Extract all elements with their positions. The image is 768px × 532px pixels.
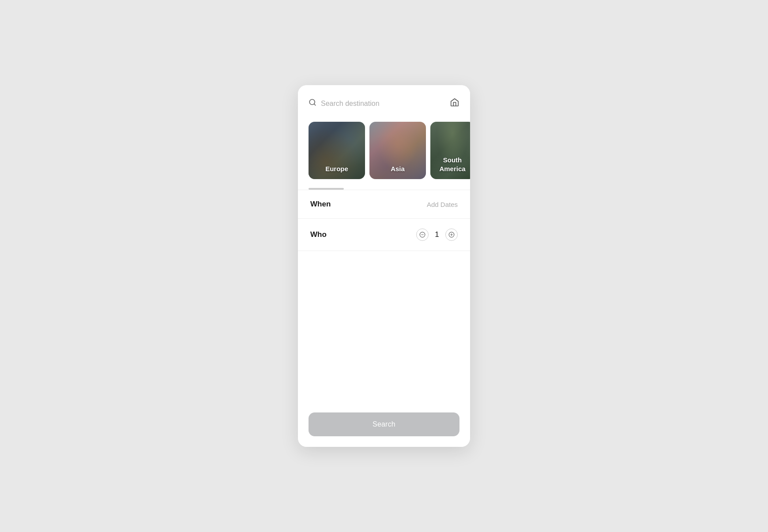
search-button[interactable]: Search (309, 412, 459, 436)
when-label: When (310, 200, 331, 209)
who-label: Who (310, 230, 327, 239)
sa-label: SouthAmerica (439, 156, 465, 173)
search-btn-wrapper: Search (298, 404, 470, 447)
search-section: Search destination (298, 85, 470, 118)
destination-asia[interactable]: Asia (369, 122, 426, 179)
add-dates-action[interactable]: Add Dates (427, 201, 458, 208)
home-icon[interactable] (450, 97, 459, 109)
when-row[interactable]: When Add Dates (298, 190, 470, 219)
search-icon (309, 98, 316, 109)
destination-europe[interactable]: Europe (309, 122, 365, 179)
decrement-button[interactable] (416, 229, 429, 241)
europe-bg: Europe (309, 122, 365, 179)
increment-button[interactable] (445, 229, 458, 241)
svg-line-1 (314, 104, 315, 105)
search-placeholder: Search destination (321, 100, 380, 108)
sa-bg: SouthAmerica (430, 122, 470, 179)
bottom-panel: When Add Dates Who 1 (298, 190, 470, 447)
panel-spacer (298, 251, 470, 404)
asia-bg: Asia (369, 122, 426, 179)
app-card: Search destination Europe Asia (298, 85, 470, 447)
destinations-row: Europe Asia SouthAmerica (298, 118, 470, 188)
asia-label: Asia (391, 165, 405, 173)
search-input-wrapper[interactable]: Search destination (309, 98, 444, 109)
who-row: Who 1 (298, 219, 470, 251)
who-controls: 1 (416, 229, 458, 241)
search-bar: Search destination (309, 97, 459, 109)
who-count: 1 (434, 230, 440, 239)
destination-south-america[interactable]: SouthAmerica (430, 122, 470, 179)
europe-label: Europe (325, 165, 348, 173)
